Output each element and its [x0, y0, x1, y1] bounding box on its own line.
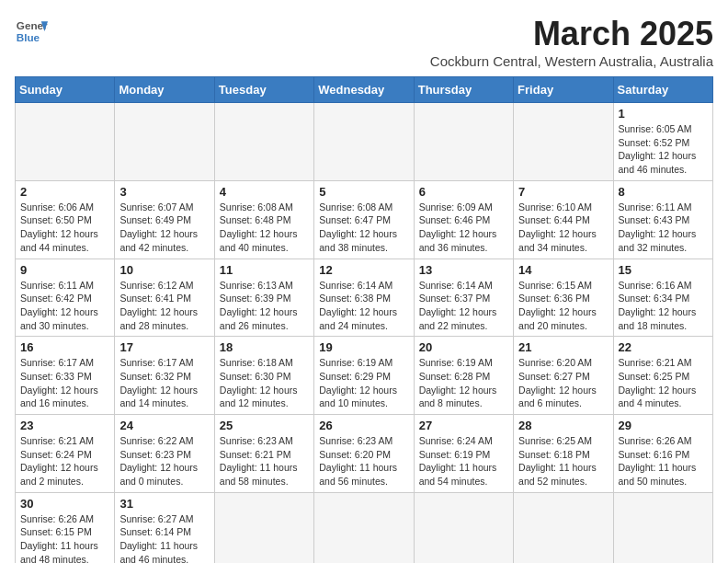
day-header-sunday: Sunday: [16, 77, 115, 103]
calendar-day: 12Sunrise: 6:14 AM Sunset: 6:38 PM Dayli…: [314, 259, 414, 337]
day-number: 9: [20, 263, 109, 277]
day-number: 6: [419, 185, 508, 199]
calendar-header-row: SundayMondayTuesdayWednesdayThursdayFrid…: [16, 77, 713, 103]
calendar-day: 19Sunrise: 6:19 AM Sunset: 6:29 PM Dayli…: [314, 337, 414, 415]
calendar-day: [115, 103, 214, 181]
day-info: Sunrise: 6:10 AM Sunset: 6:44 PM Dayligh…: [518, 201, 608, 255]
calendar-day: 29Sunrise: 6:26 AM Sunset: 6:16 PM Dayli…: [613, 415, 712, 493]
calendar-week-6: 30Sunrise: 6:26 AM Sunset: 6:15 PM Dayli…: [16, 492, 713, 563]
day-header-thursday: Thursday: [414, 77, 513, 103]
calendar-day: 4Sunrise: 6:08 AM Sunset: 6:48 PM Daylig…: [214, 180, 313, 259]
day-number: 18: [220, 340, 309, 354]
day-info: Sunrise: 6:06 AM Sunset: 6:50 PM Dayligh…: [20, 201, 109, 255]
day-header-saturday: Saturday: [613, 77, 712, 103]
day-number: 8: [619, 185, 708, 199]
day-number: 5: [319, 185, 408, 199]
day-number: 27: [419, 419, 508, 432]
day-info: Sunrise: 6:17 AM Sunset: 6:32 PM Dayligh…: [119, 356, 209, 410]
day-info: Sunrise: 6:19 AM Sunset: 6:29 PM Dayligh…: [319, 356, 408, 410]
day-header-monday: Monday: [115, 77, 214, 103]
day-info: Sunrise: 6:21 AM Sunset: 6:24 PM Dayligh…: [20, 434, 109, 488]
calendar-day: 5Sunrise: 6:08 AM Sunset: 6:47 PM Daylig…: [314, 180, 414, 259]
calendar-day: [613, 492, 712, 563]
day-number: 1: [619, 107, 708, 121]
calendar-day: 30Sunrise: 6:26 AM Sunset: 6:15 PM Dayli…: [16, 492, 115, 563]
day-number: 10: [119, 263, 209, 277]
subtitle: Cockburn Central, Western Australia, Aus…: [430, 53, 713, 69]
day-number: 25: [220, 419, 309, 432]
calendar-day: [414, 492, 513, 563]
day-number: 28: [518, 419, 608, 432]
day-info: Sunrise: 6:08 AM Sunset: 6:47 PM Dayligh…: [319, 201, 408, 255]
calendar-day: 9Sunrise: 6:11 AM Sunset: 6:42 PM Daylig…: [16, 259, 115, 337]
day-number: 15: [619, 263, 708, 277]
day-number: 21: [518, 340, 608, 354]
day-info: Sunrise: 6:11 AM Sunset: 6:43 PM Dayligh…: [619, 201, 708, 255]
calendar-day: 25Sunrise: 6:23 AM Sunset: 6:21 PM Dayli…: [214, 415, 313, 493]
day-info: Sunrise: 6:12 AM Sunset: 6:41 PM Dayligh…: [119, 279, 209, 333]
page-header: General Blue March 2025 Cockburn Central…: [15, 15, 713, 69]
calendar-day: 18Sunrise: 6:18 AM Sunset: 6:30 PM Dayli…: [214, 337, 313, 415]
day-info: Sunrise: 6:22 AM Sunset: 6:23 PM Dayligh…: [119, 434, 209, 488]
day-number: 12: [319, 263, 408, 277]
day-number: 13: [419, 263, 508, 277]
day-info: Sunrise: 6:08 AM Sunset: 6:48 PM Dayligh…: [220, 201, 309, 255]
calendar-day: [514, 492, 613, 563]
day-info: Sunrise: 6:23 AM Sunset: 6:20 PM Dayligh…: [319, 434, 408, 488]
svg-text:Blue: Blue: [17, 31, 40, 43]
day-number: 20: [419, 340, 508, 354]
day-number: 31: [119, 497, 209, 511]
day-info: Sunrise: 6:09 AM Sunset: 6:46 PM Dayligh…: [419, 201, 508, 255]
day-info: Sunrise: 6:25 AM Sunset: 6:18 PM Dayligh…: [518, 434, 608, 488]
day-info: Sunrise: 6:11 AM Sunset: 6:42 PM Dayligh…: [20, 279, 109, 333]
day-number: 16: [20, 340, 109, 354]
day-info: Sunrise: 6:24 AM Sunset: 6:19 PM Dayligh…: [419, 434, 508, 488]
calendar-day: [314, 103, 414, 181]
day-number: 2: [20, 185, 109, 199]
day-info: Sunrise: 6:23 AM Sunset: 6:21 PM Dayligh…: [220, 434, 309, 488]
calendar-day: 16Sunrise: 6:17 AM Sunset: 6:33 PM Dayli…: [16, 337, 115, 415]
calendar-day: [414, 103, 513, 181]
calendar-day: 13Sunrise: 6:14 AM Sunset: 6:37 PM Dayli…: [414, 259, 513, 337]
day-info: Sunrise: 6:18 AM Sunset: 6:30 PM Dayligh…: [220, 356, 309, 410]
day-info: Sunrise: 6:16 AM Sunset: 6:34 PM Dayligh…: [619, 279, 708, 333]
calendar-day: 23Sunrise: 6:21 AM Sunset: 6:24 PM Dayli…: [16, 415, 115, 493]
day-number: 11: [220, 263, 309, 277]
day-header-wednesday: Wednesday: [314, 77, 414, 103]
month-title: March 2025: [430, 15, 713, 53]
title-block: March 2025 Cockburn Central, Western Aus…: [430, 15, 713, 69]
day-info: Sunrise: 6:27 AM Sunset: 6:14 PM Dayligh…: [119, 512, 209, 563]
calendar-table: SundayMondayTuesdayWednesdayThursdayFrid…: [15, 76, 713, 563]
calendar-day: 1Sunrise: 6:05 AM Sunset: 6:52 PM Daylig…: [613, 103, 712, 181]
day-info: Sunrise: 6:05 AM Sunset: 6:52 PM Dayligh…: [619, 122, 708, 177]
day-number: 17: [119, 340, 209, 354]
day-info: Sunrise: 6:20 AM Sunset: 6:27 PM Dayligh…: [518, 356, 608, 410]
calendar-week-1: 1Sunrise: 6:05 AM Sunset: 6:52 PM Daylig…: [16, 103, 713, 181]
calendar-day: [314, 492, 414, 563]
day-info: Sunrise: 6:17 AM Sunset: 6:33 PM Dayligh…: [20, 356, 109, 410]
day-info: Sunrise: 6:07 AM Sunset: 6:49 PM Dayligh…: [119, 201, 209, 255]
calendar-day: 22Sunrise: 6:21 AM Sunset: 6:25 PM Dayli…: [613, 337, 712, 415]
day-info: Sunrise: 6:15 AM Sunset: 6:36 PM Dayligh…: [518, 279, 608, 333]
calendar-day: 24Sunrise: 6:22 AM Sunset: 6:23 PM Dayli…: [115, 415, 214, 493]
calendar-day: 20Sunrise: 6:19 AM Sunset: 6:28 PM Dayli…: [414, 337, 513, 415]
day-number: 24: [119, 419, 209, 432]
calendar-day: 8Sunrise: 6:11 AM Sunset: 6:43 PM Daylig…: [613, 180, 712, 259]
day-number: 14: [518, 263, 608, 277]
calendar-day: 26Sunrise: 6:23 AM Sunset: 6:20 PM Dayli…: [314, 415, 414, 493]
calendar-day: 10Sunrise: 6:12 AM Sunset: 6:41 PM Dayli…: [115, 259, 214, 337]
day-number: 30: [20, 497, 109, 511]
calendar-day: 28Sunrise: 6:25 AM Sunset: 6:18 PM Dayli…: [514, 415, 613, 493]
logo: General Blue: [15, 15, 48, 48]
calendar-day: [214, 492, 313, 563]
calendar-day: 14Sunrise: 6:15 AM Sunset: 6:36 PM Dayli…: [514, 259, 613, 337]
day-number: 23: [20, 419, 109, 432]
calendar-week-4: 16Sunrise: 6:17 AM Sunset: 6:33 PM Dayli…: [16, 337, 713, 415]
calendar-day: 31Sunrise: 6:27 AM Sunset: 6:14 PM Dayli…: [115, 492, 214, 563]
calendar-week-3: 9Sunrise: 6:11 AM Sunset: 6:42 PM Daylig…: [16, 259, 713, 337]
calendar-day: 7Sunrise: 6:10 AM Sunset: 6:44 PM Daylig…: [514, 180, 613, 259]
day-number: 26: [319, 419, 408, 432]
calendar-day: 27Sunrise: 6:24 AM Sunset: 6:19 PM Dayli…: [414, 415, 513, 493]
calendar-day: 6Sunrise: 6:09 AM Sunset: 6:46 PM Daylig…: [414, 180, 513, 259]
day-info: Sunrise: 6:26 AM Sunset: 6:15 PM Dayligh…: [20, 512, 109, 563]
